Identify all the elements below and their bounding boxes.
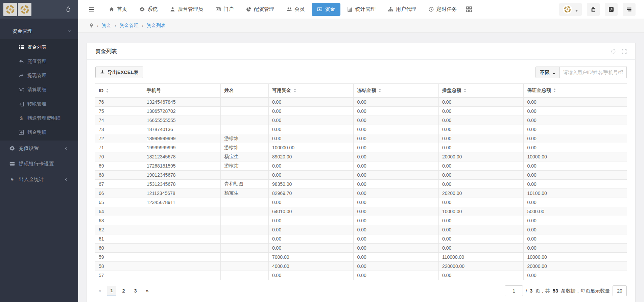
sign-in-icon (19, 101, 24, 107)
sidebar-item-settlement-detail[interactable]: 清算明细 (0, 83, 78, 97)
cell-margin_total: 0.00 (524, 180, 627, 189)
cell-frozen_amount: 0.00 (354, 225, 439, 234)
cell-trading_total: 0.00 (438, 143, 524, 152)
nav-item-user-agent[interactable]: 用户代理 (383, 3, 422, 16)
cell-available_funds: 0.00 (268, 107, 354, 116)
table-row: 74166555555550.000.000.000.00 (95, 116, 627, 125)
cell-margin_total: 10000.00 (524, 253, 627, 262)
cell-available_funds: 0.00 (268, 216, 354, 225)
cell-trading_total: 0.00 (438, 116, 524, 125)
col-margin_total[interactable]: 保证金总额 (524, 84, 627, 98)
col-label: 手机号 (147, 87, 161, 93)
nav-item-scheduled-tasks[interactable]: 定时任务 (423, 3, 462, 16)
cell-trading_total: 20000.00 (438, 152, 524, 161)
cell-name (221, 116, 268, 125)
cell-available_funds: 0.00 (268, 125, 354, 134)
nav-item-label: 首页 (117, 6, 127, 12)
sidebar-item-withdraw-management[interactable]: 提现管理 (0, 69, 78, 83)
table-row: 6715312345678青和勒图98350.000.000.000.00 (95, 180, 627, 189)
cell-phone: 15312345678 (143, 180, 221, 189)
chevron-left-icon (64, 178, 68, 181)
col-label: 可用资金 (272, 87, 291, 93)
menu-toggle-icon[interactable] (88, 7, 95, 12)
cell-phone (143, 207, 221, 216)
current-page-input[interactable] (505, 285, 523, 296)
user-avatar-menu[interactable] (559, 3, 582, 16)
cell-margin_total: 0.00 (524, 225, 627, 234)
page-title: 资金列表 (95, 48, 117, 55)
prev-page-button[interactable]: « (95, 286, 104, 296)
cell-margin_total: 5000.00 (524, 207, 627, 216)
trash-button[interactable] (587, 3, 600, 16)
cell-phone (143, 225, 221, 234)
page-button-1[interactable]: 1 (107, 286, 116, 296)
cell-trading_total: 0.00 (438, 98, 524, 107)
nav-item-statistics-management[interactable]: 统计管理 (342, 3, 381, 16)
page-size-input[interactable] (613, 285, 627, 296)
sidebar-item-gift-fee-detail[interactable]: $赠送管理费明细 (0, 111, 78, 125)
nav-item-allocation-management[interactable]: 配资管理 (241, 3, 280, 16)
sidebar-item-recharge-settings[interactable]: 充值设置 (0, 141, 78, 156)
cell-margin_total: 0.00 (524, 198, 627, 207)
cell-frozen_amount: 0.00 (354, 253, 439, 262)
sidebar: 资金管理资金列表充值管理提现管理清算明细转账管理$赠送管理费明细赠金明细充值设置… (0, 0, 78, 302)
sidebar-item-label: 转账管理 (27, 101, 46, 107)
search-input[interactable] (560, 67, 627, 78)
nav-item-home[interactable]: 首页 (104, 3, 133, 16)
cell-margin_total: 0.00 (524, 216, 627, 225)
list-panel-button[interactable] (623, 3, 636, 16)
sort-icon (378, 88, 381, 93)
cell-trading_total: 0.00 (438, 244, 524, 253)
export-excel-button[interactable]: 导出EXCEL表 (95, 67, 143, 78)
expand-icon[interactable] (622, 49, 627, 54)
sidebar-item-label: 充值设置 (19, 145, 39, 152)
col-trading_total[interactable]: 操盘总额 (438, 84, 524, 98)
gear-icon (140, 7, 145, 12)
cell-available_funds: 0.00 (268, 225, 354, 234)
cell-phone (143, 216, 221, 225)
cell-available_funds: 0.00 (268, 271, 354, 280)
cell-id: 64 (95, 207, 143, 216)
credit-card-icon (9, 161, 15, 167)
col-frozen_amount[interactable]: 冻结金额 (354, 84, 439, 98)
apps-grid-icon[interactable] (466, 6, 472, 12)
cell-margin_total: 0.00 (524, 134, 627, 143)
sidebar-item-recharge-management[interactable]: 充值管理 (0, 54, 78, 69)
sort-icon (106, 89, 109, 93)
col-id[interactable]: ID (95, 84, 143, 98)
cell-margin_total: 0.00 (524, 161, 627, 171)
breadcrumb-link[interactable]: 资金 (102, 23, 111, 29)
sidebar-item-withdraw-bankcard-settings[interactable]: 提现银行卡设置 (0, 156, 78, 172)
cell-frozen_amount: 0.00 (354, 161, 439, 171)
sidebar-item-fund-flow-stats[interactable]: ¥出入金统计 (0, 172, 78, 187)
sidebar-section-funds-management[interactable]: 资金管理 (0, 23, 78, 39)
sidebar-item-funds-list[interactable]: 资金列表 (0, 40, 78, 54)
cell-trading_total: 110000.00 (438, 253, 524, 262)
nav-item-portal[interactable]: 门户 (210, 3, 239, 16)
col-label: 冻结金额 (357, 87, 376, 93)
list-icon (626, 7, 632, 12)
external-link-button[interactable] (605, 3, 618, 16)
next-page-button[interactable]: » (143, 286, 152, 296)
breadcrumb-link[interactable]: 资金管理 (120, 23, 139, 29)
cell-frozen_amount: 0.00 (354, 216, 439, 225)
col-available_funds[interactable]: 可用资金 (268, 84, 354, 98)
refresh-icon[interactable] (611, 49, 616, 54)
page-button-2[interactable]: 2 (119, 286, 128, 296)
nav-item-members[interactable]: 会员 (281, 3, 310, 16)
nav-item-backend-admin[interactable]: 后台管理员 (165, 3, 209, 16)
nav-item-funds[interactable]: 资金 (312, 3, 340, 16)
page-button-3[interactable]: 3 (131, 286, 140, 296)
filter-dropdown-button[interactable]: 不限 (535, 67, 560, 78)
cell-phone (143, 262, 221, 271)
sidebar-menu: 资金管理资金列表充值管理提现管理清算明细转账管理$赠送管理费明细赠金明细充值设置… (0, 19, 78, 187)
nav-item-system[interactable]: 系统 (134, 3, 163, 16)
breadcrumb-link[interactable]: 资金列表 (147, 23, 166, 29)
cell-frozen_amount: 0.00 (354, 125, 439, 134)
sidebar-item-bonus-detail[interactable]: 赠金明细 (0, 125, 78, 140)
table-toolbar: 导出EXCEL表 不限 (95, 67, 627, 78)
pagination-info: / 3 页，共 53 条数据，每页显示数量 (505, 285, 627, 296)
cell-trading_total: 0.00 (438, 171, 524, 180)
sidebar-item-transfer-management[interactable]: 转账管理 (0, 97, 78, 111)
cell-name: 杨宝生 (221, 189, 268, 198)
